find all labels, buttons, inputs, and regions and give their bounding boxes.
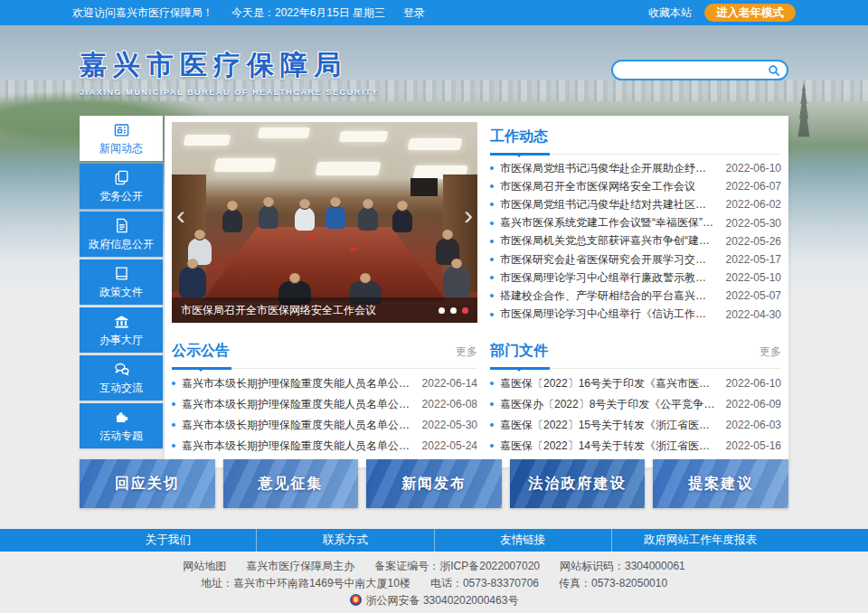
decor	[326, 205, 345, 229]
item-link[interactable]: 嘉兴市医保系统党建工作会议暨“幸福医保”党建联...	[500, 215, 717, 231]
item-date: 2022-06-03	[726, 419, 781, 431]
footer-nav-link-3[interactable]: 友情链接	[434, 529, 611, 552]
item-link[interactable]: 嘉医保〔2022〕16号关于印发《嘉兴市医疗保...	[500, 376, 717, 391]
item-link[interactable]: 市医保研究会赴省医保研究会开展学习交流活动	[500, 252, 717, 268]
decor	[259, 205, 278, 229]
item-date: 2022-05-17	[726, 253, 781, 266]
sidebar-item-5[interactable]: 办事大厅	[80, 307, 163, 353]
bullet-icon	[490, 276, 494, 279]
banner-3[interactable]: 新闻发布	[366, 459, 502, 508]
item-link[interactable]: 嘉兴市本级长期护理保险重度失能人员名单公示（2...	[182, 397, 413, 412]
carousel-caption[interactable]: 市医保局召开全市医保网络安全工作会议	[181, 303, 431, 318]
footer-phone: 电话：0573-83370706	[430, 577, 539, 589]
carousel-photo[interactable]: ‹ › 市医保局召开全市医保网络安全工作会议	[172, 122, 477, 323]
today-date: 今天是：2022年6月15日 星期三	[231, 5, 385, 21]
decor	[222, 209, 242, 232]
list-item: 市医保局党组书记冯俊华赴结对共建社区指导全国文... 2022-06-02	[490, 195, 781, 213]
sidebar-item-7[interactable]: 活动专题	[80, 403, 163, 448]
bullet-icon	[490, 382, 494, 385]
list-item: 市医保局党组书记冯俊华赴企开展助企纾困活动 2022-06-10	[490, 159, 781, 177]
carousel-next-button[interactable]: ›	[464, 202, 473, 229]
footer-nav: 关于我们联系方式友情链接政府网站工作年度报表	[0, 529, 868, 552]
item-date: 2022-05-10	[726, 271, 781, 284]
chat-icon	[113, 361, 130, 378]
footer-nav-link-4[interactable]: 政府网站工作年度报表	[611, 529, 788, 552]
carousel-prev-button[interactable]: ‹	[176, 202, 185, 229]
item-link[interactable]: 嘉兴市本级长期护理保险重度失能人员名单公示（2...	[182, 439, 413, 454]
puzzle-icon	[113, 409, 130, 426]
search-input[interactable]	[613, 64, 768, 77]
search-button[interactable]	[768, 64, 780, 77]
footer-nav-link-1[interactable]: 关于我们	[80, 529, 256, 552]
welcome-text: 欢迎访问嘉兴市医疗保障局！	[72, 5, 213, 21]
sidebar-item-label: 新闻动态	[99, 141, 143, 156]
banner-label: 意见征集	[258, 475, 323, 494]
site-title: 嘉兴市医疗保障局	[80, 47, 379, 84]
favorite-link[interactable]: 收藏本站	[648, 5, 692, 21]
item-link[interactable]: 市医保局理论学习中心组举行《信访工作条例》专题...	[500, 306, 717, 322]
sidebar-item-4[interactable]: 政策文件	[80, 259, 163, 305]
carousel-dot-1[interactable]	[439, 307, 445, 314]
item-date: 2022-06-02	[726, 198, 781, 211]
bullet-icon	[490, 166, 494, 170]
item-link[interactable]: 市医保局理论学习中心组举行廉政警示教育专题学习...	[500, 270, 717, 286]
sitemap-link[interactable]: 网站地图	[183, 560, 226, 572]
work-news-panel: 工作动态 市医保局党组书记冯俊华赴企开展助企纾困活动 2022-06-10 市医…	[490, 122, 781, 324]
item-link[interactable]: 嘉医保办〔2022〕8号关于印发《公平竞争审查...	[500, 397, 717, 412]
list-item: 嘉医保〔2022〕15号关于转发《浙江省医疗保... 2022-06-03	[490, 415, 781, 436]
carousel-dot-2[interactable]	[450, 307, 457, 314]
decor	[172, 227, 477, 301]
sidebar-item-1[interactable]: 新闻动态	[80, 116, 163, 161]
notices-title: 公示公告	[172, 342, 230, 361]
elder-mode-button[interactable]: 进入老年模式	[704, 4, 796, 22]
bullet-icon	[490, 423, 494, 427]
item-link[interactable]: 市医保局召开全市医保网络安全工作会议	[500, 179, 717, 194]
item-link[interactable]: 嘉兴市本级长期护理保险重度失能人员名单公示（2...	[182, 376, 413, 391]
bullet-icon	[490, 258, 494, 261]
footer-fax: 传真：0573-82050010	[559, 577, 667, 589]
decor	[408, 138, 463, 150]
item-link[interactable]: 市医保局党组书记冯俊华赴企开展助企纾困活动	[500, 161, 717, 176]
dept-docs-list: 嘉医保〔2022〕16号关于印发《嘉兴市医疗保... 2022-06-10 嘉医…	[490, 373, 781, 457]
decor	[392, 209, 412, 232]
sidebar-item-2[interactable]: 党务公开	[80, 164, 163, 209]
item-link[interactable]: 嘉医保〔2022〕14号关于转发《浙江省医疗保...	[500, 439, 717, 454]
sidebar-item-label: 党务公开	[99, 189, 143, 204]
item-date: 2022-04-30	[726, 308, 781, 321]
banner-5[interactable]: 提案建议	[653, 459, 788, 508]
footer-site-code: 网站标识码：3304000061	[560, 560, 685, 572]
topbar: 欢迎访问嘉兴市医疗保障局！ 今天是：2022年6月15日 星期三 登录 收藏本站…	[0, 0, 868, 25]
banner-1[interactable]: 回应关切	[80, 459, 215, 508]
dept-docs-more-link[interactable]: 更多	[760, 344, 781, 360]
footer-nav-link-2[interactable]: 联系方式	[256, 529, 433, 552]
decor	[258, 127, 311, 138]
sidebar-item-label: 活动专题	[99, 429, 143, 444]
police-record-link[interactable]: 浙公网安备 33040202000463号	[366, 594, 519, 607]
bullet-icon	[172, 402, 175, 406]
sidebar-item-label: 政策文件	[99, 285, 143, 300]
item-date: 2022-05-24	[422, 439, 477, 452]
item-link[interactable]: 嘉兴市本级长期护理保险重度失能人员名单公示（2...	[182, 418, 413, 433]
news-carousel: ‹ › 市医保局召开全市医保网络安全工作会议	[172, 122, 477, 324]
notices-more-link[interactable]: 更多	[456, 344, 477, 360]
item-link[interactable]: 市医保局机关党总支部获评嘉兴市争创“建设清廉机...	[500, 233, 717, 249]
decor	[358, 207, 378, 231]
banner-4[interactable]: 法治政府建设	[510, 459, 646, 508]
sidebar-item-3[interactable]: 政府信息公开	[80, 212, 163, 257]
item-link[interactable]: 搭建校企合作、产学研相结合的平台嘉兴市长期护理...	[500, 288, 717, 304]
list-item: 嘉医保办〔2022〕8号关于印发《公平竞争审查... 2022-06-09	[490, 394, 781, 415]
banner-2[interactable]: 意见征集	[223, 459, 359, 508]
bank-icon	[113, 313, 130, 330]
carousel-dot-3[interactable]	[462, 307, 468, 314]
sidebar-item-6[interactable]: 互动交流	[80, 355, 163, 401]
list-item: 市医保研究会赴省医保研究会开展学习交流活动 2022-05-17	[490, 250, 781, 269]
sidebar-item-label: 互动交流	[99, 381, 143, 396]
bullet-icon	[490, 203, 494, 206]
list-item: 搭建校企合作、产学研相结合的平台嘉兴市长期护理... 2022-05-07	[490, 287, 781, 305]
list-item: 嘉兴市本级长期护理保险重度失能人员名单公示（2... 2022-05-24	[172, 436, 477, 457]
list-item: 嘉兴市医保系统党建工作会议暨“幸福医保”党建联... 2022-05-30	[490, 214, 781, 232]
item-date: 2022-06-08	[422, 398, 477, 410]
item-link[interactable]: 市医保局党组书记冯俊华赴结对共建社区指导全国文...	[500, 197, 717, 212]
login-link[interactable]: 登录	[403, 5, 425, 21]
item-link[interactable]: 嘉医保〔2022〕15号关于转发《浙江省医疗保...	[500, 418, 717, 433]
